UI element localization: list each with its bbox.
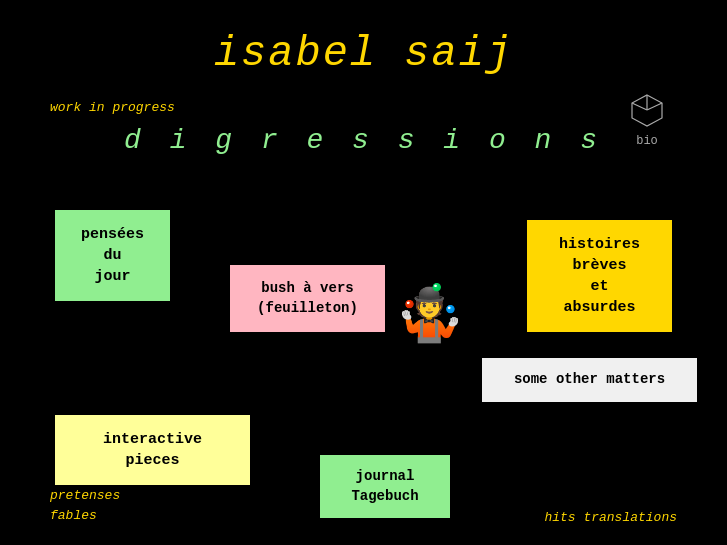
card-journal[interactable]: journal Tagebuch — [320, 455, 450, 518]
footer-left: pretenses fables — [50, 486, 120, 525]
card-journal-line1: journal — [356, 468, 415, 484]
svg-line-3 — [647, 103, 662, 110]
card-bush-line1: bush à vers — [261, 280, 353, 296]
card-histoires-line4: absurdes — [563, 299, 635, 316]
card-interactive-label: interactive pieces — [103, 431, 202, 469]
digressions-subtitle: d i g r e s s i o n s — [124, 125, 603, 156]
card-histoires-line1: histoires — [559, 236, 640, 253]
card-bush-line2: (feuilleton) — [257, 300, 358, 316]
card-bush[interactable]: bush à vers (feuilleton) — [230, 265, 385, 332]
work-in-progress-label: work in progress — [50, 100, 175, 115]
cube-icon — [627, 90, 667, 130]
card-pensees[interactable]: pensées du jour — [55, 210, 170, 301]
card-other-label: some other matters — [514, 371, 665, 387]
svg-line-2 — [632, 103, 647, 110]
card-histoires-line2: brèves — [572, 257, 626, 274]
card-pensees-line3: jour — [94, 268, 130, 285]
page-title: isabel saij — [214, 30, 513, 78]
footer-fables[interactable]: fables — [50, 506, 120, 526]
bio-section[interactable]: bio — [627, 90, 667, 148]
card-histoires-line3: et — [590, 278, 608, 295]
card-histoires[interactable]: histoires brèves et absurdes — [527, 220, 672, 332]
card-pensees-line2: du — [103, 247, 121, 264]
card-other-matters[interactable]: some other matters — [482, 358, 697, 402]
card-interactive[interactable]: interactive pieces — [55, 415, 250, 485]
jester-character: 🤹 — [395, 290, 464, 345]
footer-right[interactable]: hits translations — [544, 510, 677, 525]
bio-label[interactable]: bio — [636, 134, 658, 148]
footer-pretenses[interactable]: pretenses — [50, 486, 120, 506]
card-pensees-line1: pensées — [81, 226, 144, 243]
card-journal-line2: Tagebuch — [351, 488, 418, 504]
